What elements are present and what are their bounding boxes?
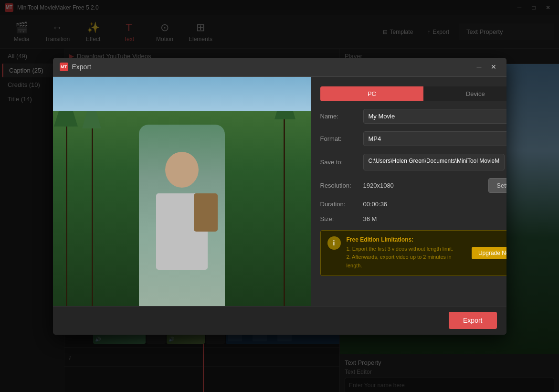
form-name-label: Name: xyxy=(320,113,359,120)
format-select[interactable]: MP4 MOV AVI WMV xyxy=(363,131,506,146)
modal-close-button[interactable]: ✕ xyxy=(487,62,500,72)
size-value: 36 M xyxy=(363,215,377,222)
modal-controls: ─ ✕ xyxy=(473,62,500,72)
form-format-row: Format: MP4 MOV AVI WMV ▼ xyxy=(320,131,506,146)
modal-body: PC Device Name: Format: MP4 MOV AVI xyxy=(53,77,506,306)
warning-text: Free Edition Limitations: 1. Export the … xyxy=(347,236,466,270)
modal-header-left: MT Export xyxy=(60,63,91,71)
duration-value: 00:00:36 xyxy=(363,201,388,208)
save-path-display: C:\Users\Helen Green\Documents\MiniTool … xyxy=(363,154,505,170)
modal-app-icon: MT xyxy=(60,63,68,71)
modal-settings: PC Device Name: Format: MP4 MOV AVI xyxy=(311,77,506,306)
form-duration-row: Duration: 00:00:36 xyxy=(320,201,506,208)
modal-overlay: MT Export ─ ✕ xyxy=(0,0,559,392)
export-modal: MT Export ─ ✕ xyxy=(53,58,506,335)
name-input[interactable] xyxy=(363,109,506,124)
modal-header: MT Export ─ ✕ xyxy=(53,58,506,77)
form-size-label: Size: xyxy=(320,215,359,222)
modal-footer: Export xyxy=(53,306,506,335)
form-saveto-label: Save to: xyxy=(320,159,359,166)
form-resolution-row: Resolution: 1920x1080 Settings xyxy=(320,178,506,193)
modal-minimize-button[interactable]: ─ xyxy=(473,62,485,72)
export-button[interactable]: Export xyxy=(449,312,496,329)
modal-preview xyxy=(53,77,311,306)
warning-line-1: 1. Export the first 3 videos without len… xyxy=(347,245,466,254)
settings-button[interactable]: Settings xyxy=(488,178,506,193)
warning-title: Free Edition Limitations: xyxy=(347,236,466,243)
form-resolution-label: Resolution: xyxy=(320,182,359,189)
form-format-label: Format: xyxy=(320,135,359,142)
export-tabs: PC Device xyxy=(320,86,506,101)
upgrade-now-button[interactable]: Upgrade Now xyxy=(472,247,506,259)
warning-box: i Free Edition Limitations: 1. Export th… xyxy=(320,230,506,276)
form-name-row: Name: xyxy=(320,109,506,124)
form-saveto-row: Save to: C:\Users\Helen Green\Documents\… xyxy=(320,154,506,170)
resolution-value: 1920x1080 xyxy=(363,182,484,189)
form-duration-label: Duration: xyxy=(320,201,359,208)
format-select-wrapper: MP4 MOV AVI WMV ▼ xyxy=(363,131,506,146)
export-tab-device[interactable]: Device xyxy=(423,86,506,101)
form-path-wrapper: C:\Users\Helen Green\Documents\MiniTool … xyxy=(363,154,506,170)
warning-icon: i xyxy=(327,236,341,250)
warning-line-2: 2. Afterwards, export video up to 2 minu… xyxy=(347,253,466,270)
warning-lines: 1. Export the first 3 videos without len… xyxy=(347,245,466,270)
export-tab-pc[interactable]: PC xyxy=(320,86,424,101)
form-size-row: Size: 36 M xyxy=(320,215,506,222)
modal-title: Export xyxy=(72,63,91,71)
